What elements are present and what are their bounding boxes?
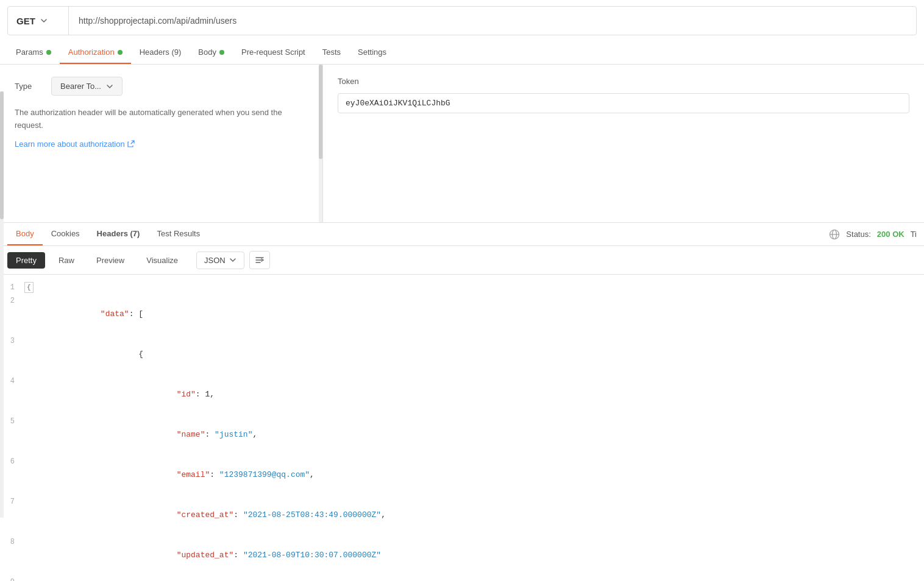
line-num-9: 9 xyxy=(0,576,24,581)
authorization-dot xyxy=(118,50,123,55)
response-status: Status: 200 OK Ti xyxy=(829,229,917,240)
token-label: Token xyxy=(338,77,909,86)
line-num-6: 6 xyxy=(0,455,24,468)
time-label: Ti xyxy=(911,230,917,239)
auth-left: Type Bearer To... The authorization head… xyxy=(0,65,323,222)
code-line-5: 5 "name": "justin", xyxy=(0,415,924,455)
response-body-label: Body xyxy=(16,229,34,238)
line-num-4: 4 xyxy=(0,375,24,388)
request-tabs: Params Authorization Headers (9) Body Pr… xyxy=(0,41,924,65)
globe-icon xyxy=(829,229,840,240)
auth-panel: Type Bearer To... The authorization head… xyxy=(0,65,924,223)
line-num-2: 2 xyxy=(0,294,24,308)
response-cookies-label: Cookies xyxy=(51,229,80,238)
code-line-1: 1 { xyxy=(0,281,924,294)
json-type-selector[interactable]: JSON xyxy=(196,252,244,269)
format-visualize-btn[interactable]: Visualize xyxy=(138,252,187,269)
tab-authorization-label: Authorization xyxy=(68,48,115,57)
auth-right: Token xyxy=(323,65,924,222)
line-num-5: 5 xyxy=(0,415,24,428)
code-line-9: 9 }, xyxy=(0,576,924,581)
auth-scrollbar[interactable] xyxy=(319,65,322,222)
url-bar: GET xyxy=(7,6,917,35)
response-section: Body Cookies Headers (7) Test Results St… xyxy=(0,223,924,581)
tab-tests-label: Tests xyxy=(322,48,341,57)
status-label: Status: xyxy=(846,230,870,239)
code-line-4: 4 "id": 1, xyxy=(0,375,924,415)
line-num-7: 7 xyxy=(0,495,24,509)
tab-settings-label: Settings xyxy=(358,48,386,57)
token-input[interactable] xyxy=(338,93,909,113)
method-selector[interactable]: GET xyxy=(8,7,69,35)
tab-headers-label: Headers (9) xyxy=(140,48,182,57)
response-tab-test-results[interactable]: Test Results xyxy=(148,223,208,245)
code-line-8: 8 "updated_at": "2021-08-09T10:30:07.000… xyxy=(0,535,924,576)
bearer-dropdown[interactable]: Bearer To... xyxy=(51,77,123,96)
json-chevron-icon xyxy=(229,256,236,264)
collapse-icon[interactable]: { xyxy=(24,282,34,293)
body-dot xyxy=(219,50,224,55)
external-link-icon xyxy=(127,140,135,147)
code-line-6: 6 "email": "1239871399@qq.com", xyxy=(0,455,924,495)
response-tab-body[interactable]: Body xyxy=(7,223,43,245)
format-pretty-btn[interactable]: Pretty xyxy=(7,252,45,269)
tab-params[interactable]: Params xyxy=(7,41,60,64)
format-preview-btn[interactable]: Preview xyxy=(88,252,133,269)
response-test-results-label: Test Results xyxy=(157,229,200,238)
line-num-8: 8 xyxy=(0,535,24,549)
tab-pre-request-label: Pre-request Script xyxy=(241,48,305,57)
format-raw-btn[interactable]: Raw xyxy=(50,252,83,269)
tab-tests[interactable]: Tests xyxy=(314,41,349,64)
tab-params-label: Params xyxy=(16,48,43,57)
tab-body-label: Body xyxy=(198,48,216,57)
tab-settings[interactable]: Settings xyxy=(349,41,395,64)
tab-body[interactable]: Body xyxy=(190,41,233,64)
bearer-chevron-icon xyxy=(106,83,113,90)
response-headers-label: Headers (7) xyxy=(97,229,140,238)
params-dot xyxy=(46,50,51,55)
wrap-lines-btn[interactable] xyxy=(249,251,270,269)
auth-link-text: Learn more about authorization xyxy=(15,139,125,149)
tab-headers[interactable]: Headers (9) xyxy=(131,41,190,64)
auth-description: The authorization header will be automat… xyxy=(15,107,308,132)
tab-pre-request[interactable]: Pre-request Script xyxy=(233,41,314,64)
response-tab-headers[interactable]: Headers (7) xyxy=(88,223,149,245)
format-toolbar: Pretty Raw Preview Visualize JSON xyxy=(0,246,924,275)
status-code: 200 OK xyxy=(877,230,904,239)
code-line-2: 2 "data": [ xyxy=(0,294,924,334)
response-tab-cookies[interactable]: Cookies xyxy=(43,223,88,245)
auth-learn-more-link[interactable]: Learn more about authorization xyxy=(15,139,308,149)
method-label: GET xyxy=(16,16,35,26)
url-input[interactable] xyxy=(69,16,916,26)
code-line-7: 7 "created_at": "2021-08-25T08:43:49.000… xyxy=(0,495,924,535)
line-num-1: 1 xyxy=(0,281,24,294)
line-num-3: 3 xyxy=(0,334,24,348)
chevron-down-icon xyxy=(40,17,48,24)
tab-authorization[interactable]: Authorization xyxy=(60,41,131,64)
code-line-3: 3 { xyxy=(0,334,924,375)
response-tabs-bar: Body Cookies Headers (7) Test Results St… xyxy=(0,223,924,246)
code-view: 1 { 2 "data": [ 3 { 4 "i xyxy=(0,275,924,581)
type-label: Type xyxy=(15,82,39,91)
bearer-label: Bearer To... xyxy=(60,82,101,91)
json-type-label: JSON xyxy=(204,256,226,265)
type-row: Type Bearer To... xyxy=(15,77,308,96)
wrap-icon xyxy=(255,255,265,265)
